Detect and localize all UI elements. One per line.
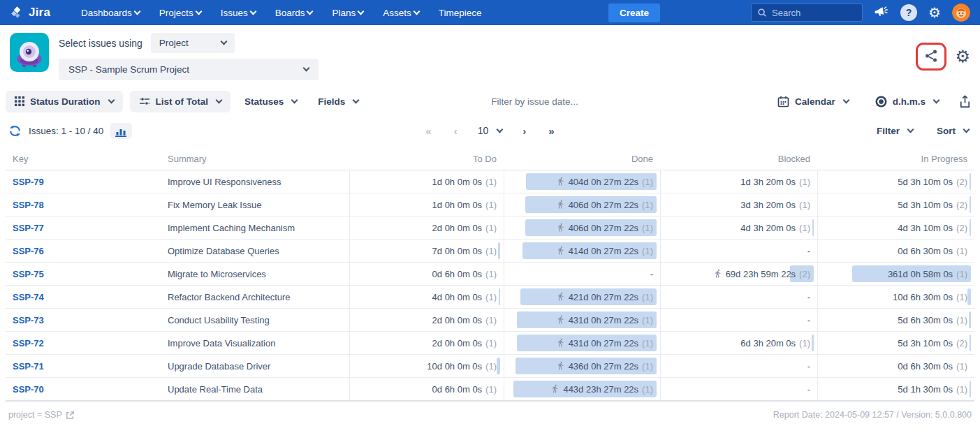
search-input[interactable] [772, 8, 849, 18]
empty-duration: - [807, 315, 810, 325]
global-search[interactable] [751, 3, 863, 22]
issue-key-link[interactable]: SSP-73 [13, 315, 44, 325]
duration-cell: 2d 0h 0m 0s(1) [349, 309, 504, 331]
nav-item-issues[interactable]: Issues [212, 3, 264, 22]
key-cell: SSP-77 [6, 216, 161, 239]
chevron-down-icon [842, 96, 849, 103]
duration-count: (2) [956, 223, 967, 233]
duration-cell: 5d 3h 10m 0s(2) [817, 332, 974, 354]
duration-text: 10d 6h 30m 0s [893, 292, 953, 302]
duration-count: (1) [799, 177, 810, 187]
table-body: SSP-79Improve UI Responsiveness1d 0h 0m … [6, 170, 974, 402]
key-cell: SSP-70 [6, 378, 161, 400]
issue-key-link[interactable]: SSP-75 [13, 269, 44, 279]
time-format-dropdown[interactable]: d.h.m.s [868, 90, 946, 113]
create-button[interactable]: Create [608, 3, 660, 22]
refresh-icon[interactable] [8, 124, 22, 138]
chevron-down-icon [195, 8, 202, 15]
duration-count: (2) [956, 200, 967, 210]
statuses-dropdown[interactable]: Statuses [237, 91, 304, 112]
export-icon[interactable] [958, 94, 974, 108]
issue-key-link[interactable]: SSP-74 [13, 292, 44, 302]
nav-item-label: Dashboards [81, 8, 132, 18]
filter-label: Filter [877, 126, 900, 136]
pager-controls: « ‹ 10 › » [419, 124, 560, 138]
view-mode-dropdown[interactable]: List of Total [130, 91, 231, 112]
fields-dropdown[interactable]: Fields [311, 91, 365, 112]
calendar-dropdown[interactable]: Calendar [770, 90, 856, 113]
duration-cell: 1d 0h 0m 0s(1) [349, 193, 504, 216]
selection-mode-dropdown[interactable]: Project [151, 33, 235, 53]
nav-item-timepiece[interactable]: Timepiece [430, 3, 490, 22]
duration-cell: 406d 0h 27m 22s(1) [504, 193, 660, 216]
share-icon [923, 48, 939, 64]
project-dropdown[interactable]: SSP - Sample Scrum Project [59, 59, 319, 80]
sort-label: Sort [937, 126, 956, 136]
report-settings-gear-icon[interactable]: ⚙ [955, 48, 970, 65]
navbar-settings-gear-icon[interactable]: ⚙ [928, 6, 941, 20]
prev-page-button[interactable]: ‹ [448, 124, 464, 138]
table-row: SSP-71Upgrade Database Driver10d 0h 0m 0… [6, 355, 974, 378]
last-page-button[interactable]: » [542, 124, 560, 138]
nav-item-boards[interactable]: Boards [267, 3, 321, 22]
duration-text: 2d 0h 0m 0s [432, 338, 483, 348]
summary-cell: Conduct Usability Testing [161, 309, 349, 331]
duration-bar [970, 381, 971, 397]
first-page-button[interactable]: « [419, 124, 437, 138]
duration-cell: 431d 0h 27m 22s(1) [504, 309, 660, 331]
next-page-button[interactable]: › [516, 124, 532, 138]
issue-summary: Optimize Database Queries [168, 246, 279, 256]
nav-item-projects[interactable]: Projects [151, 3, 210, 22]
table-row: SSP-77Implement Caching Mechanism2d 0h 0… [6, 216, 974, 240]
duration-count: (1) [485, 315, 497, 325]
share-annotation-highlight[interactable] [916, 43, 946, 71]
chart-view-button[interactable] [110, 123, 132, 139]
issue-key-link[interactable]: SSP-77 [13, 223, 44, 233]
running-status-icon [556, 338, 565, 347]
duration-bar [497, 358, 500, 374]
duration-cell: - [660, 309, 817, 331]
duration-count: (1) [485, 200, 497, 210]
key-cell: SSP-74 [6, 286, 161, 308]
issue-key-link[interactable]: SSP-79 [13, 177, 44, 187]
running-status-icon [556, 177, 565, 186]
help-icon[interactable]: ? [900, 4, 917, 21]
issue-key-link[interactable]: SSP-76 [13, 246, 44, 256]
summary-cell: Implement Caching Mechanism [161, 216, 349, 239]
issue-key-link[interactable]: SSP-78 [13, 200, 44, 210]
issue-key-link[interactable]: SSP-70 [13, 384, 44, 395]
duration-count: (1) [642, 200, 653, 210]
duration-text: 0d 6h 0m 0s [432, 269, 483, 279]
chevron-down-icon [963, 126, 970, 133]
issue-date-filter-input[interactable]: Filter by issue date... [491, 96, 578, 107]
megaphone-icon[interactable] [874, 6, 889, 20]
sort-dropdown[interactable]: Sort [934, 122, 972, 140]
issue-key-link[interactable]: SSP-72 [13, 338, 44, 348]
duration-text: 436d 0h 27m 22s [569, 361, 638, 372]
duration-count: (1) [956, 361, 967, 372]
duration-cell: 0d 6h 0m 0s(1) [349, 378, 504, 400]
issue-key-link[interactable]: SSP-71 [13, 361, 44, 372]
empty-duration: - [807, 384, 810, 395]
duration-count: (1) [485, 269, 497, 279]
jql-link[interactable]: project = SSP [8, 410, 75, 420]
jira-logo[interactable]: Jira [10, 6, 50, 20]
nav-item-dashboards[interactable]: Dashboards [73, 3, 148, 22]
issue-summary: Migrate to Microservices [168, 269, 266, 279]
filter-dropdown[interactable]: Filter [874, 122, 916, 140]
duration-count: (1) [642, 292, 653, 302]
nav-item-plans[interactable]: Plans [323, 3, 372, 22]
nav-item-label: Timepiece [439, 8, 482, 18]
user-avatar[interactable] [952, 3, 970, 22]
nav-item-assets[interactable]: Assets [374, 3, 427, 22]
report-type-dropdown[interactable]: Status Duration [6, 91, 123, 112]
duration-cell: 4d 3h 20m 0s(1) [660, 216, 817, 239]
selection-mode-value: Project [159, 38, 189, 48]
duration-cell: 5d 6h 30m 0s(1) [817, 309, 974, 331]
timepiece-app-icon [10, 33, 49, 72]
duration-count: (1) [956, 384, 967, 395]
page-size-dropdown[interactable]: 10 [474, 124, 507, 138]
duration-text: 1d 0h 0m 0s [432, 200, 483, 210]
table-header-row: Key Summary To Do Done Blocked In Progre… [6, 147, 974, 170]
duration-text: 421d 0h 27m 22s [569, 292, 638, 302]
